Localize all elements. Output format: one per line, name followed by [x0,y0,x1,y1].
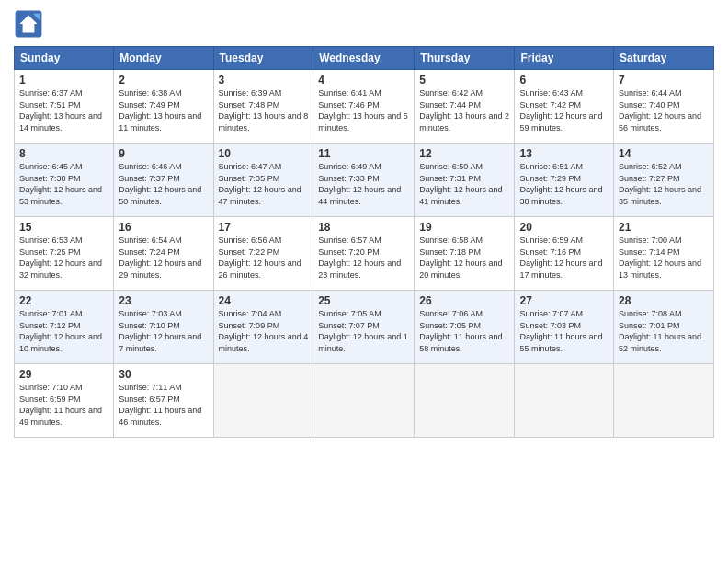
day-info: Sunrise: 6:59 AMSunset: 7:16 PMDaylight:… [519,235,609,281]
day-number: 1 [19,74,108,86]
calendar-week-3: 15Sunrise: 6:53 AMSunset: 7:25 PMDayligh… [15,217,714,291]
calendar-cell [313,364,415,438]
day-number: 16 [119,221,208,234]
day-number: 9 [119,147,208,160]
calendar-cell: 15Sunrise: 6:53 AMSunset: 7:25 PMDayligh… [15,217,114,291]
calendar-cell: 8Sunrise: 6:45 AMSunset: 7:38 PMDaylight… [15,144,114,217]
day-number: 30 [119,368,208,381]
calendar-cell: 18Sunrise: 6:57 AMSunset: 7:20 PMDayligh… [313,217,415,291]
calendar-cell: 5Sunrise: 6:42 AMSunset: 7:44 PMDaylight… [415,70,515,144]
day-number: 25 [318,294,409,307]
day-info: Sunrise: 6:46 AMSunset: 7:37 PMDaylight:… [119,161,208,207]
calendar-cell: 27Sunrise: 7:07 AMSunset: 7:03 PMDayligh… [515,291,614,364]
calendar-cell: 16Sunrise: 6:54 AMSunset: 7:24 PMDayligh… [114,217,213,291]
calendar-cell: 1Sunrise: 6:37 AMSunset: 7:51 PMDaylight… [15,70,114,144]
day-info: Sunrise: 6:47 AMSunset: 7:35 PMDaylight:… [219,161,309,207]
day-number: 7 [619,74,709,86]
day-info: Sunrise: 6:38 AMSunset: 7:49 PMDaylight:… [119,87,208,133]
day-info: Sunrise: 6:39 AMSunset: 7:48 PMDaylight:… [219,87,309,133]
day-info: Sunrise: 6:41 AMSunset: 7:46 PMDaylight:… [318,87,409,133]
day-number: 8 [19,147,108,160]
day-number: 3 [219,74,309,86]
day-number: 23 [119,294,208,307]
day-number: 20 [519,221,609,234]
calendar-cell [213,364,313,438]
day-number: 26 [419,294,509,307]
logo [14,9,47,39]
logo-icon [14,9,43,39]
day-number: 29 [19,368,108,381]
calendar-cell: 22Sunrise: 7:01 AMSunset: 7:12 PMDayligh… [15,291,114,364]
calendar-cell: 20Sunrise: 6:59 AMSunset: 7:16 PMDayligh… [515,217,614,291]
day-info: Sunrise: 7:03 AMSunset: 7:10 PMDaylight:… [119,308,208,354]
day-number: 14 [619,147,709,160]
calendar-week-4: 22Sunrise: 7:01 AMSunset: 7:12 PMDayligh… [15,291,714,364]
day-number: 2 [119,74,208,86]
day-info: Sunrise: 6:44 AMSunset: 7:40 PMDaylight:… [619,87,709,133]
day-number: 15 [19,221,108,234]
calendar-cell: 29Sunrise: 7:10 AMSunset: 6:59 PMDayligh… [15,364,114,438]
header-day-tuesday: Tuesday [213,47,313,70]
day-number: 10 [219,147,309,160]
header-day-sunday: Sunday [15,47,114,70]
calendar-week-2: 8Sunrise: 6:45 AMSunset: 7:38 PMDaylight… [15,144,714,217]
calendar-cell: 21Sunrise: 7:00 AMSunset: 7:14 PMDayligh… [614,217,714,291]
calendar-table: SundayMondayTuesdayWednesdayThursdayFrid… [14,46,714,438]
day-number: 18 [318,221,409,234]
day-number: 19 [419,221,509,234]
calendar-cell: 4Sunrise: 6:41 AMSunset: 7:46 PMDaylight… [313,70,415,144]
header-day-saturday: Saturday [614,47,714,70]
calendar-cell: 11Sunrise: 6:49 AMSunset: 7:33 PMDayligh… [313,144,415,217]
calendar-cell: 10Sunrise: 6:47 AMSunset: 7:35 PMDayligh… [213,144,313,217]
day-info: Sunrise: 6:37 AMSunset: 7:51 PMDaylight:… [19,87,108,133]
calendar-cell: 25Sunrise: 7:05 AMSunset: 7:07 PMDayligh… [313,291,415,364]
day-number: 12 [419,147,509,160]
day-info: Sunrise: 7:08 AMSunset: 7:01 PMDaylight:… [619,308,709,354]
day-info: Sunrise: 6:56 AMSunset: 7:22 PMDaylight:… [219,235,309,281]
day-info: Sunrise: 7:05 AMSunset: 7:07 PMDaylight:… [318,308,409,354]
day-number: 4 [318,74,409,86]
day-info: Sunrise: 6:53 AMSunset: 7:25 PMDaylight:… [19,235,108,281]
calendar-cell: 23Sunrise: 7:03 AMSunset: 7:10 PMDayligh… [114,291,213,364]
header-day-monday: Monday [114,47,213,70]
header-day-friday: Friday [515,47,614,70]
calendar-cell: 3Sunrise: 6:39 AMSunset: 7:48 PMDaylight… [213,70,313,144]
day-info: Sunrise: 6:42 AMSunset: 7:44 PMDaylight:… [419,87,509,133]
day-info: Sunrise: 6:52 AMSunset: 7:27 PMDaylight:… [619,161,709,207]
day-info: Sunrise: 7:11 AMSunset: 6:57 PMDaylight:… [119,382,208,428]
calendar-cell: 30Sunrise: 7:11 AMSunset: 6:57 PMDayligh… [114,364,213,438]
calendar-cell: 14Sunrise: 6:52 AMSunset: 7:27 PMDayligh… [614,144,714,217]
calendar-cell: 17Sunrise: 6:56 AMSunset: 7:22 PMDayligh… [213,217,313,291]
day-number: 21 [619,221,709,234]
header-day-thursday: Thursday [415,47,515,70]
day-info: Sunrise: 7:07 AMSunset: 7:03 PMDaylight:… [519,308,609,354]
day-info: Sunrise: 6:57 AMSunset: 7:20 PMDaylight:… [318,235,409,281]
calendar-cell: 9Sunrise: 6:46 AMSunset: 7:37 PMDaylight… [114,144,213,217]
day-info: Sunrise: 6:45 AMSunset: 7:38 PMDaylight:… [19,161,108,207]
calendar-cell: 19Sunrise: 6:58 AMSunset: 7:18 PMDayligh… [415,217,515,291]
calendar-week-1: 1Sunrise: 6:37 AMSunset: 7:51 PMDaylight… [15,70,714,144]
day-number: 13 [519,147,609,160]
calendar-cell: 2Sunrise: 6:38 AMSunset: 7:49 PMDaylight… [114,70,213,144]
calendar-cell [515,364,614,438]
day-info: Sunrise: 6:50 AMSunset: 7:31 PMDaylight:… [419,161,509,207]
page: SundayMondayTuesdayWednesdayThursdayFrid… [0,0,728,563]
day-number: 22 [19,294,108,307]
day-number: 11 [318,147,409,160]
calendar-cell: 26Sunrise: 7:06 AMSunset: 7:05 PMDayligh… [415,291,515,364]
day-info: Sunrise: 6:58 AMSunset: 7:18 PMDaylight:… [419,235,509,281]
day-info: Sunrise: 7:00 AMSunset: 7:14 PMDaylight:… [619,235,709,281]
day-info: Sunrise: 7:04 AMSunset: 7:09 PMDaylight:… [219,308,309,354]
header [14,9,714,39]
calendar-cell: 24Sunrise: 7:04 AMSunset: 7:09 PMDayligh… [213,291,313,364]
day-info: Sunrise: 6:43 AMSunset: 7:42 PMDaylight:… [519,87,609,133]
calendar-cell: 28Sunrise: 7:08 AMSunset: 7:01 PMDayligh… [614,291,714,364]
day-info: Sunrise: 7:10 AMSunset: 6:59 PMDaylight:… [19,382,108,428]
calendar-week-5: 29Sunrise: 7:10 AMSunset: 6:59 PMDayligh… [15,364,714,438]
day-info: Sunrise: 7:01 AMSunset: 7:12 PMDaylight:… [19,308,108,354]
calendar-cell: 13Sunrise: 6:51 AMSunset: 7:29 PMDayligh… [515,144,614,217]
day-number: 28 [619,294,709,307]
calendar-header-row: SundayMondayTuesdayWednesdayThursdayFrid… [15,47,714,70]
day-number: 6 [519,74,609,86]
day-info: Sunrise: 7:06 AMSunset: 7:05 PMDaylight:… [419,308,509,354]
